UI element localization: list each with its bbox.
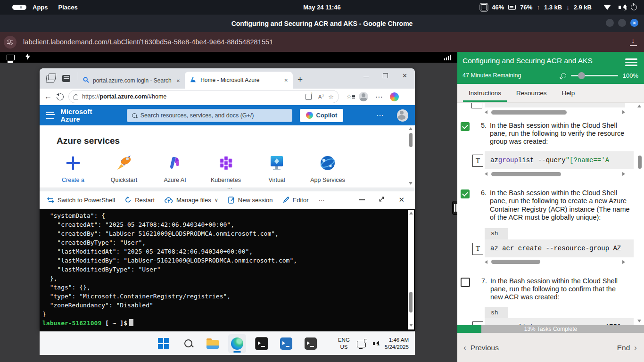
downloads-icon[interactable] xyxy=(629,38,638,46)
chrome-urlbar[interactable]: labclient.labondemand.com/LabClient/1630… xyxy=(0,32,644,52)
service-create-resource[interactable]: Create a xyxy=(58,153,88,183)
tab-portal-search[interactable]: portal.azure.com login - Search ✕ xyxy=(78,73,185,89)
switch-shell-button[interactable]: Switch to PowerShell xyxy=(47,197,115,204)
previous-button[interactable]: ‹ Previous xyxy=(463,343,499,353)
cloudshell-more-icon[interactable]: ⋯ xyxy=(318,197,325,204)
favorite-star-icon[interactable]: ☆ xyxy=(328,93,334,100)
zoom-slider[interactable] xyxy=(571,75,618,77)
pane-divider[interactable]: ⋯ xyxy=(40,188,415,191)
menu-apps[interactable]: Apps xyxy=(33,4,48,11)
manage-files-button[interactable]: Manage files ∨ xyxy=(165,197,218,204)
step-7-checkbox[interactable] xyxy=(461,278,470,287)
powershell-icon[interactable] xyxy=(277,334,295,353)
language-indicator[interactable]: ENG US xyxy=(338,337,350,350)
code-hscrollbar[interactable] xyxy=(485,109,625,115)
volume-muted-icon[interactable] xyxy=(373,342,375,345)
machine-display-icon[interactable] xyxy=(7,55,15,60)
tab-help[interactable]: Help xyxy=(556,84,581,102)
instructions-scrollbar[interactable] xyxy=(637,105,643,322)
refresh-icon[interactable] xyxy=(55,91,65,101)
editor-button[interactable]: Editor xyxy=(283,197,309,204)
tab-azure-home[interactable]: Home - Microsoft Azure ✕ xyxy=(185,72,293,89)
network-tray-icon[interactable] xyxy=(357,341,366,347)
panel-menu-icon[interactable] xyxy=(625,58,637,66)
cloudshell-close-button[interactable]: ✕ xyxy=(398,196,405,204)
copy-code-button[interactable]: T xyxy=(472,155,483,167)
taskbar-search-icon[interactable] xyxy=(179,334,197,353)
favorites-bar-icon[interactable]: ☆ xyxy=(347,93,352,100)
end-button[interactable]: End › xyxy=(617,343,637,353)
tab-close-icon[interactable]: ✕ xyxy=(283,77,289,84)
azure-services-title: Azure services xyxy=(57,136,120,146)
edge-taskbar-icon[interactable] xyxy=(228,334,246,353)
azure-page-scrollbar[interactable] xyxy=(409,127,413,185)
volume-icon[interactable] xyxy=(615,4,626,11)
wifi-icon[interactable] xyxy=(603,4,611,11)
step-6: 6. In the Bash session within the Cloud … xyxy=(461,189,630,221)
chrome-close-button[interactable]: ✕ xyxy=(630,19,638,27)
edge-address-bar[interactable]: https://portal.azure.com/#home A ☆ xyxy=(68,90,339,103)
portal-menu-icon[interactable] xyxy=(46,112,54,119)
taskbar-clock[interactable]: 1:46 AM 5/24/2025 xyxy=(385,337,409,351)
azure-brand[interactable]: Microsoft Azure xyxy=(60,108,108,123)
cloudshell-maximize-button[interactable] xyxy=(378,196,385,204)
code-hscrollbar[interactable] xyxy=(485,171,625,177)
lab-panel-header: Configuring and Securing ACR and AKS 47 … xyxy=(457,52,644,84)
profile-avatar[interactable] xyxy=(359,92,368,101)
tab-instructions[interactable]: Instructions xyxy=(463,84,507,102)
chrome-maximize-button[interactable] xyxy=(618,19,626,27)
divider-drag-handle[interactable]: ⋯ xyxy=(227,185,233,191)
code-hscrollbar[interactable] xyxy=(485,259,625,265)
lock-icon[interactable] xyxy=(74,96,78,99)
cpu-usage: 46% xyxy=(492,4,504,11)
cloudshell-terminal[interactable]: "systemData": { "createdAt": "2025-05-24… xyxy=(40,209,415,331)
service-kubernetes[interactable]: Kubernetes xyxy=(211,153,240,183)
copy-code-button[interactable] xyxy=(471,103,482,108)
chrome-minimize-button[interactable] xyxy=(606,19,614,27)
service-azure-ai[interactable]: Azure AI xyxy=(160,153,190,183)
service-virtual-machines[interactable]: Virtual xyxy=(262,153,291,183)
edge-browser-window: portal.azure.com login - Search ✕ Home -… xyxy=(40,68,415,330)
lab-instructions-panel: Configuring and Securing ACR and AKS 47 … xyxy=(457,52,644,362)
read-aloud-icon[interactable]: A xyxy=(318,94,322,99)
copilot-button[interactable]: Copilot xyxy=(300,109,344,122)
distro-logo-icon[interactable] xyxy=(12,5,22,10)
start-button[interactable] xyxy=(155,334,173,353)
site-settings-icon[interactable] xyxy=(4,36,17,49)
copilot-icon[interactable] xyxy=(390,92,399,101)
restart-button[interactable]: Restart xyxy=(125,197,155,204)
file-explorer-icon[interactable] xyxy=(204,334,222,353)
cloudshell-minimize-button[interactable] xyxy=(359,199,365,200)
power-icon[interactable] xyxy=(630,4,637,11)
azure-search-input[interactable]: Search resources, services, and docs (G+… xyxy=(127,109,292,122)
split-screen-icon[interactable] xyxy=(305,94,312,100)
edge-close-button[interactable]: ✕ xyxy=(402,72,407,79)
edge-minimize-button[interactable] xyxy=(363,77,369,78)
workspaces-icon[interactable] xyxy=(46,75,55,82)
step-6-checkbox[interactable] xyxy=(461,189,470,198)
edge-restore-button[interactable] xyxy=(383,73,388,78)
power-actions-icon[interactable] xyxy=(25,53,31,62)
back-icon[interactable]: ← xyxy=(44,92,52,101)
new-session-button[interactable]: New session xyxy=(228,197,273,204)
step-5-checkbox[interactable] xyxy=(461,122,470,131)
portal-avatar[interactable] xyxy=(397,109,408,122)
tab-close-icon[interactable]: ✕ xyxy=(175,77,181,84)
portal-more-icon[interactable]: ⋯ xyxy=(376,111,384,120)
edge-menu-icon[interactable]: ⋯ xyxy=(375,92,383,101)
copy-code-button[interactable]: T xyxy=(472,321,483,325)
terminal-scrollbar[interactable] xyxy=(408,210,414,329)
time-remaining: 47 Minutes Remaining xyxy=(462,72,521,79)
menu-places[interactable]: Places xyxy=(58,4,78,11)
service-app-services[interactable]: App Services xyxy=(313,153,342,183)
chrome-url[interactable]: labclient.labondemand.com/LabClient/1630… xyxy=(23,38,273,46)
new-tab-button[interactable]: + xyxy=(297,74,303,85)
copy-code-button[interactable]: T xyxy=(472,243,483,255)
zoom-slider-knob[interactable] xyxy=(578,72,585,79)
tab-resources[interactable]: Resources xyxy=(511,84,553,102)
tab-actions-icon[interactable] xyxy=(62,75,70,82)
command-prompt-icon[interactable] xyxy=(253,334,271,353)
upload-arrow-icon: ↑ xyxy=(537,4,540,11)
terminal-app-icon[interactable] xyxy=(302,334,320,353)
service-quickstart[interactable]: Quickstart xyxy=(109,153,139,183)
